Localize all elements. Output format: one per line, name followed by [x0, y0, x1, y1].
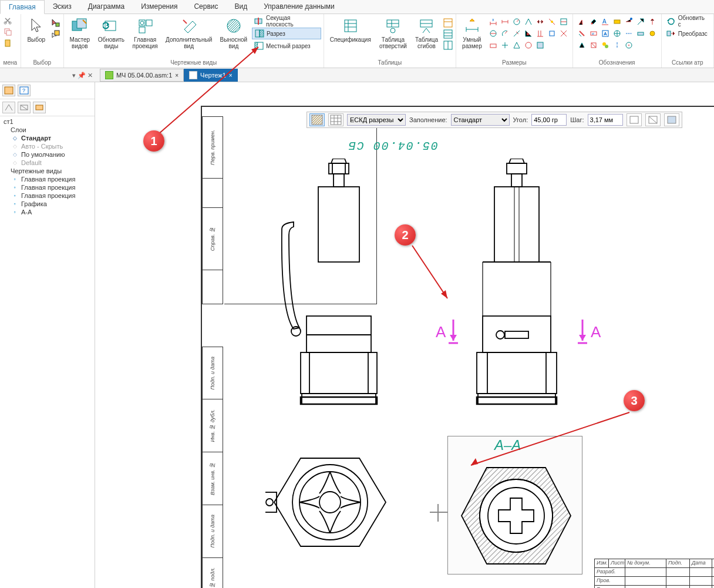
dim-icon-6[interactable] — [547, 16, 557, 27]
angle-input[interactable] — [531, 114, 567, 126]
dim-icon-1[interactable]: x — [488, 16, 499, 27]
annot-icon-11[interactable] — [612, 28, 622, 39]
step-input[interactable] — [588, 114, 623, 126]
drawing-sheet[interactable]: Перв. примен. Справ. № Подп. и дата Инв.… — [201, 106, 714, 588]
hatch-style1-button[interactable] — [309, 113, 325, 126]
panel-tool1-icon[interactable] — [2, 102, 15, 113]
select-mode1-icon[interactable] — [50, 18, 61, 28]
refresh-refs-button[interactable]: Обновить с — [664, 15, 711, 27]
annot-icon-4[interactable] — [612, 16, 622, 27]
tree-view-main2[interactable]: ▫Главная проекция — [2, 183, 92, 191]
dim-icon-2[interactable] — [500, 16, 510, 27]
tab-data[interactable]: Управление данными — [255, 0, 343, 14]
hatch-pattern-select[interactable]: ЕСКД разрезы — [347, 114, 406, 126]
tree-layer-standard[interactable]: ◇Стандарт — [2, 134, 92, 142]
dim-icon-18[interactable] — [523, 40, 534, 51]
table-extra2-icon[interactable] — [443, 29, 453, 39]
tab-diagram[interactable]: Диаграмма — [80, 0, 133, 14]
dim-icon-4[interactable] — [523, 16, 534, 27]
dim-icon-14[interactable] — [558, 28, 569, 39]
panel-tool3-icon[interactable] — [33, 102, 46, 113]
copy-icon[interactable] — [2, 26, 13, 37]
panel-close-icon[interactable]: ✕ — [87, 72, 93, 79]
annot-icon-2[interactable] — [588, 16, 599, 27]
annot-icon-18[interactable] — [612, 40, 622, 51]
dim-icon-19[interactable] — [535, 40, 545, 51]
view-master-button[interactable]: Мастер видов — [66, 15, 93, 51]
tree-view-graphic[interactable]: ▫Графика — [2, 200, 92, 208]
annot-icon-6[interactable] — [635, 16, 646, 27]
dim-icon-9[interactable] — [500, 28, 510, 39]
front-view[interactable] — [277, 159, 400, 406]
annot-icon-17[interactable] — [600, 40, 611, 51]
convert-refs-button[interactable]: Преобразс — [664, 28, 711, 39]
side-view[interactable] — [459, 159, 577, 406]
tab-view[interactable]: Вид — [227, 0, 256, 14]
view-update-button[interactable]: Обновить виды — [95, 15, 128, 51]
panel-tab1-icon[interactable] — [2, 85, 15, 96]
dim-icon-5[interactable] — [535, 16, 545, 27]
select-mode2-icon[interactable] — [50, 29, 61, 39]
panel-dropdown-icon[interactable]: ▾ — [72, 72, 76, 79]
tree-view-main1[interactable]: ▫Главная проекция — [2, 175, 92, 183]
drawing-canvas[interactable]: ЕСКД разрезы Заполнение: Стандарт Угол: … — [95, 82, 714, 588]
section-button[interactable]: Разрез — [252, 28, 321, 39]
table-extra3-icon[interactable] — [443, 40, 453, 51]
panel-tool2-icon[interactable] — [18, 102, 31, 113]
tree-view-section[interactable]: ▫А-А — [2, 208, 92, 216]
tree-layers[interactable]: Слои — [2, 126, 92, 134]
toolbar-extra1-button[interactable] — [627, 113, 642, 126]
annot-icon-16[interactable] — [588, 40, 599, 51]
tree-layer-auto[interactable]: ◇Авто - Скрыть — [2, 142, 92, 150]
dim-icon-15[interactable] — [488, 40, 499, 51]
tab-service[interactable]: Сервис — [186, 0, 226, 14]
annot-icon-15[interactable] — [577, 40, 587, 51]
top-view[interactable] — [265, 441, 400, 565]
title-block[interactable]: Изм. Лист № докум. Подп. Дата Разраб. Пр… — [594, 559, 714, 588]
tab-sketch[interactable]: Эскиз — [45, 0, 80, 14]
dim-icon-8[interactable] — [488, 28, 499, 39]
tree-view-main3[interactable]: ▫Главная проекция — [2, 191, 92, 200]
annot-icon-1[interactable] — [577, 16, 587, 27]
svg-line-110 — [159, 47, 258, 134]
tree-root[interactable]: ст1 — [2, 117, 92, 126]
panel-tab2-icon[interactable]: ? — [18, 85, 31, 96]
toolbar-extra3-button[interactable] — [664, 113, 679, 126]
dim-icon-13[interactable] — [547, 28, 557, 39]
annot-icon-13[interactable] — [635, 28, 646, 39]
annot-icon-19[interactable] — [624, 40, 634, 51]
tab-home[interactable]: Главная — [0, 0, 45, 14]
tree-views-header[interactable]: Чертежные виды — [2, 167, 92, 175]
toolbar-extra2-button[interactable] — [645, 113, 661, 126]
cutting-plane-button[interactable]: Секущая плоскость — [252, 15, 321, 27]
annot-icon-7[interactable] — [647, 16, 658, 27]
bends-table-button[interactable]: Таблица сгибов — [412, 15, 442, 51]
dim-icon-12[interactable] — [535, 28, 545, 39]
paste-icon[interactable] — [2, 38, 13, 48]
dim-icon-7[interactable] — [558, 16, 569, 27]
annot-icon-5[interactable] — [624, 16, 634, 27]
dim-icon-10[interactable] — [511, 28, 522, 39]
smart-dim-button[interactable]: Умный размер — [459, 15, 486, 51]
spec-button[interactable]: Спецификация — [326, 15, 375, 44]
dim-icon-11[interactable] — [523, 28, 534, 39]
hatch-style2-button[interactable] — [328, 113, 343, 126]
table-extra1-icon[interactable] — [443, 18, 453, 28]
tree-layer-default-ru[interactable]: ◇По умолчанию — [2, 150, 92, 159]
holes-table-button[interactable]: Таблица отверстий — [376, 15, 410, 51]
select-button[interactable]: Выбор — [23, 15, 49, 44]
panel-pin-icon[interactable]: 📌 — [78, 72, 86, 79]
annot-icon-12[interactable] — [624, 28, 634, 39]
fill-select[interactable]: Стандарт — [451, 114, 510, 126]
tree-layer-default[interactable]: ◇Default — [2, 159, 92, 167]
cut-icon[interactable] — [2, 15, 13, 26]
annot-icon-10[interactable]: A — [600, 28, 611, 39]
dim-icon-3[interactable] — [511, 16, 522, 27]
annot-icon-3[interactable]: A — [600, 16, 611, 27]
annot-icon-14[interactable] — [647, 28, 658, 39]
tab-measure[interactable]: Измерения — [133, 0, 186, 14]
dim-icon-17[interactable] — [511, 40, 522, 51]
dim-icon-16[interactable] — [500, 40, 510, 51]
annot-icon-9[interactable]: ⌀ — [588, 28, 599, 39]
annot-icon-8[interactable] — [577, 28, 587, 39]
